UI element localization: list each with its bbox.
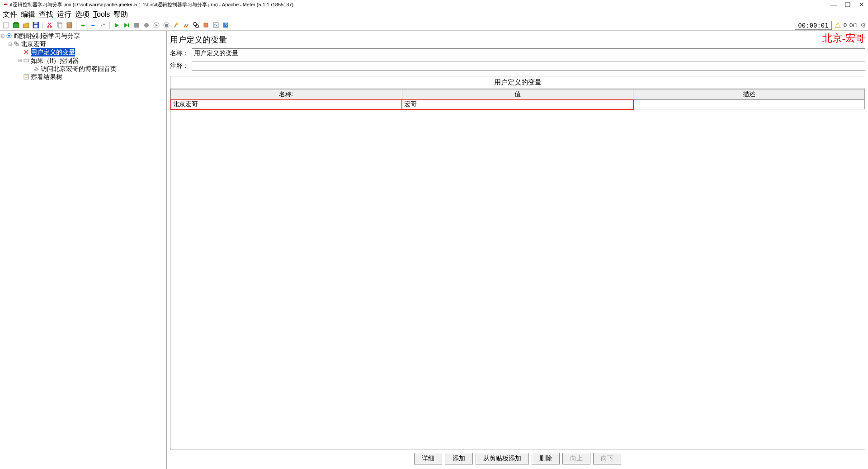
svg-rect-11 (68, 22, 71, 23)
help-icon[interactable]: ? (222, 21, 230, 29)
elapsed-timer: 00:00:01 (795, 21, 831, 30)
delete-button[interactable]: 删除 (532, 453, 560, 464)
add-clipboard-button[interactable]: 从剪贴板添加 (476, 453, 529, 464)
resulttree-icon (23, 74, 30, 80)
tree-toggle[interactable]: ⊟ (7, 41, 13, 47)
window-title: if逻辑控制器学习与分享.jmx (D:\software\apache-jme… (10, 1, 293, 8)
toolbar: + − fx ? 00:00:01 ⚠ 0 0/1 ⚙ (0, 20, 868, 31)
httprequest-icon (33, 66, 40, 72)
svg-rect-29 (24, 59, 28, 62)
svg-rect-9 (58, 23, 62, 28)
column-name[interactable]: 名称: (171, 89, 402, 100)
editor-pane: 北京-宏哥 用户定义的变量 名称： 注释： 用户定义的变量 名称: 值 描述 (167, 31, 868, 469)
warning-count: 0 (844, 22, 847, 28)
testplan-icon (5, 33, 13, 39)
menu-file[interactable]: 文件 (3, 10, 17, 19)
reset-search-icon[interactable] (202, 21, 210, 29)
svg-rect-2 (14, 22, 18, 23)
app-icon: ✒ (4, 1, 8, 8)
save-icon[interactable] (32, 21, 40, 29)
svg-point-28 (16, 43, 19, 46)
tree-user-variables[interactable]: 用户定义的变量 (31, 48, 75, 56)
clear-all-icon[interactable] (182, 21, 190, 29)
search-icon[interactable] (192, 21, 200, 29)
svg-rect-4 (34, 25, 38, 28)
remote-stop-icon[interactable] (162, 21, 170, 29)
svg-rect-17 (176, 23, 178, 25)
maximize-button[interactable]: ❐ (845, 1, 851, 8)
table-buttons: 详细 添加 从剪贴板添加 删除 向上 向下 (170, 450, 865, 467)
svg-rect-12 (134, 23, 139, 28)
comment-label: 注释： (170, 62, 192, 70)
column-value[interactable]: 值 (402, 89, 633, 100)
tree-result-tree[interactable]: 察看结果树 (31, 73, 62, 81)
svg-point-26 (8, 35, 10, 37)
remote-start-icon[interactable] (152, 21, 160, 29)
variables-section-title: 用户定义的变量 (170, 76, 865, 89)
toggle-icon[interactable] (99, 21, 107, 29)
cut-icon[interactable] (45, 21, 54, 29)
svg-point-30 (35, 69, 37, 70)
menu-tools[interactable]: Tools (93, 10, 110, 19)
minimize-button[interactable]: — (830, 1, 837, 8)
thread-count: 0/1 (849, 22, 858, 28)
name-label: 名称： (170, 49, 192, 57)
threadgroup-icon (13, 41, 20, 47)
clear-icon[interactable] (172, 21, 180, 29)
tree-if-controller[interactable]: 如果（If）控制器 (31, 56, 79, 65)
svg-text:?: ? (225, 23, 227, 28)
menu-edit[interactable]: 编辑 (21, 10, 35, 19)
menubar: 文件 编辑 查找 运行 选项 Tools 帮助 (0, 9, 868, 20)
gear-icon[interactable]: ⚙ (860, 22, 866, 29)
column-desc[interactable]: 描述 (633, 89, 865, 100)
variables-table[interactable]: 名称: 值 描述 北京宏哥 宏哥 (170, 89, 865, 109)
table-row[interactable]: 北京宏哥 宏哥 (171, 100, 865, 109)
new-icon[interactable] (2, 21, 10, 29)
svg-text:fx: fx (214, 23, 218, 28)
menu-options[interactable]: 选项 (75, 10, 90, 19)
panel-title: 用户定义的变量 (170, 33, 865, 47)
add-button[interactable]: 添加 (445, 453, 473, 464)
svg-rect-16 (165, 24, 168, 27)
watermark-text: 北京-宏哥 (822, 32, 865, 45)
close-button[interactable]: ✕ (859, 1, 864, 8)
open-icon[interactable] (22, 21, 30, 29)
templates-icon[interactable] (12, 21, 20, 29)
tree-toggle[interactable]: ⊟ (0, 33, 5, 39)
uservars-icon (23, 49, 30, 55)
svg-rect-31 (24, 75, 28, 79)
name-input[interactable] (192, 48, 865, 58)
tree-toggle[interactable]: ⊟ (17, 57, 23, 63)
shutdown-icon[interactable] (142, 21, 151, 29)
svg-rect-5 (34, 22, 38, 24)
tree-test-plan[interactable]: if逻辑控制器学习与分享 (14, 32, 80, 40)
start-icon[interactable] (112, 21, 121, 29)
svg-rect-20 (204, 23, 208, 27)
detail-button[interactable]: 详细 (414, 453, 442, 464)
menu-search[interactable]: 查找 (39, 10, 53, 19)
menu-help[interactable]: 帮助 (113, 10, 128, 19)
copy-icon[interactable] (55, 21, 64, 29)
comment-input[interactable] (192, 61, 865, 71)
collapse-icon[interactable]: − (89, 21, 97, 29)
cell-desc[interactable] (633, 100, 865, 109)
svg-point-13 (144, 23, 149, 28)
stop-icon[interactable] (132, 21, 141, 29)
svg-rect-0 (4, 22, 8, 28)
paste-icon[interactable] (65, 21, 74, 29)
start-no-timers-icon[interactable] (122, 21, 131, 29)
function-helper-icon[interactable]: fx (212, 21, 220, 29)
cell-value[interactable]: 宏哥 (402, 100, 633, 109)
up-button[interactable]: 向上 (562, 453, 590, 464)
menu-run[interactable]: 运行 (57, 10, 71, 19)
test-plan-tree[interactable]: ⊟ if逻辑控制器学习与分享 ⊟ 北京宏哥 用户定义的变量 ⊟ 如果（If）控制… (0, 31, 167, 469)
tree-http-request[interactable]: 访问北京宏哥的博客园首页 (41, 65, 117, 73)
warning-icon[interactable]: ⚠ (835, 21, 841, 29)
down-button[interactable]: 向下 (593, 453, 621, 464)
tree-thread-group[interactable]: 北京宏哥 (21, 40, 46, 48)
expand-icon[interactable]: + (79, 21, 87, 29)
ifcontroller-icon (23, 57, 30, 64)
cell-name[interactable]: 北京宏哥 (171, 100, 402, 109)
window-titlebar: ✒ if逻辑控制器学习与分享.jmx (D:\software\apache-j… (0, 0, 868, 9)
